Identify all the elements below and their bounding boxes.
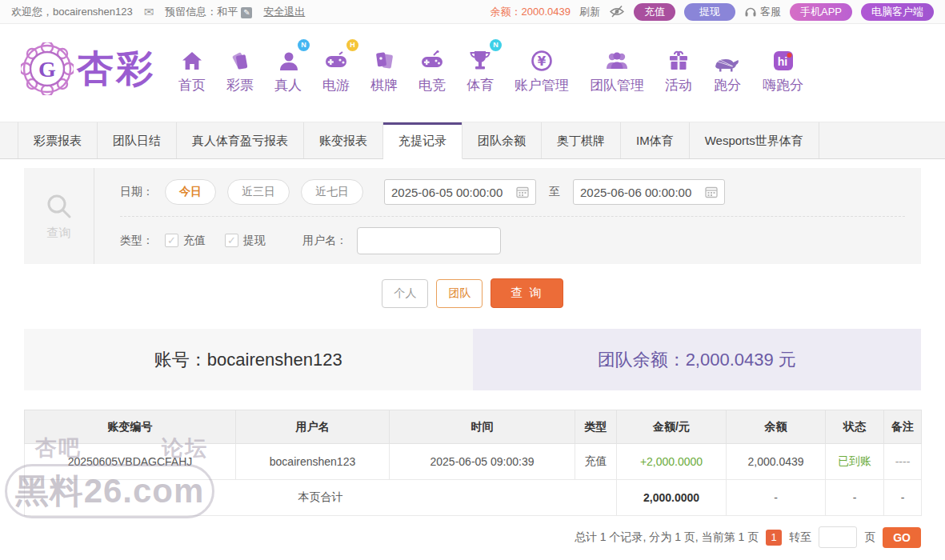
nav-label: 跑分 [714,76,741,94]
range-3days-button[interactable]: 近三日 [227,179,290,205]
tab-account-changes[interactable]: 账变报表 [304,122,383,158]
query-side: 查询 [24,168,94,264]
nav-label: 彩票 [226,76,254,94]
hot-badge: H [346,39,358,51]
esports-icon [419,49,445,73]
lottery-icon [228,49,252,73]
pagination: 总计 1 个记录, 分为 1 页, 当前第 1 页 1 转至 页 GO [24,526,921,548]
sports-icon [468,49,492,73]
calendar-icon[interactable] [705,186,718,198]
withdraw-button[interactable]: 提现 [684,3,735,21]
account-name: 账号：bocairenshen123 [24,329,473,390]
col-remark: 备注 [884,410,922,444]
tab-wesports[interactable]: Wesports世界体育 [690,122,819,158]
current-page-badge[interactable]: 1 [766,530,782,546]
mobile-app-button[interactable]: 手机APP [790,3,852,21]
nav-item-hi-paofen[interactable]: hi 嗨跑分 [752,44,814,94]
svg-text:hi: hi [777,55,787,68]
edit-pencil-icon[interactable]: ✎ [241,7,252,18]
tab-im-sports[interactable]: IM体育 [621,122,690,158]
to-label: 至 [549,185,560,199]
recharge-button[interactable]: 充值 [634,3,675,21]
summary-remark: - [884,480,922,516]
site-logo[interactable]: G 杏彩 [21,42,155,95]
gift-icon [667,49,691,73]
cell-time: 2025-06-05 09:00:39 [390,444,575,480]
query-side-label: 查询 [47,226,71,241]
team-manage-icon [604,49,630,73]
cell-type: 充值 [575,444,617,480]
nav-item-home[interactable]: 首页 [168,44,216,94]
nav-item-egames[interactable]: H 电游 [312,44,360,94]
nav-item-esports[interactable]: 电竞 [408,44,456,94]
balance-text: 余额：2000.0439 [491,5,571,19]
go-button[interactable]: GO [883,527,921,548]
range-today-button[interactable]: 今日 [165,179,216,205]
action-buttons: 个人 团队 查 询 [0,278,945,308]
main-nav: 首页 彩票 N 真人 H 电游 [168,44,814,94]
nav-label: 首页 [178,76,206,94]
nav-item-team-manage[interactable]: 团队管理 [579,44,655,94]
checkbox-withdraw-label[interactable]: 提现 [243,234,266,248]
nav-item-sports[interactable]: N 体育 [456,44,504,94]
nav-item-promotions[interactable]: 活动 [655,44,703,94]
cell-change-id: 20250605VBDAGCFAHJ [25,444,236,480]
nav-item-paofen[interactable]: 跑分 [703,44,752,94]
tab-team-balance[interactable]: 团队余额 [462,122,542,158]
report-tabbar: 彩票报表 团队日结 真人体育盈亏报表 账变报表 充提记录 团队余额 奥丁棋牌 I… [0,122,945,159]
nav-label: 团队管理 [590,76,644,94]
nav-item-account-manage[interactable]: ¥ 账户管理 [504,44,579,94]
goto-page-input[interactable] [819,526,857,548]
nav-item-cards[interactable]: 棋牌 [360,44,408,94]
calendar-icon[interactable] [516,186,529,198]
col-balance: 余额 [727,410,826,444]
logout-link[interactable]: 安全退出 [263,5,305,19]
personal-button[interactable]: 个人 [382,279,428,308]
checkbox-recharge[interactable]: ✓ [165,234,178,247]
refresh-link[interactable]: 刷新 [579,5,600,19]
customer-service[interactable]: 客服 [744,5,781,19]
range-7days-button[interactable]: 近七日 [301,179,363,205]
message-envelope-icon[interactable]: ✉ [144,5,154,19]
date-to-input[interactable] [580,186,700,199]
checkbox-recharge-label[interactable]: 充值 [183,234,206,248]
query-button[interactable]: 查 询 [491,278,563,308]
cell-balance: 2,000.0439 [727,444,826,480]
topbar-left: 欢迎您，bocairenshen123 ✉ 预留信息：和平✎ 安全退出 [11,5,305,19]
date-from-wrapper [384,179,536,205]
col-amount: 金额/元 [617,410,727,444]
table-row: 20250605VBDAGCFAHJ bocairenshen123 2025-… [25,444,922,480]
site-header: G 杏彩 首页 彩票 N 真人 [0,24,945,114]
new-badge: N [490,39,502,51]
tab-lottery-report[interactable]: 彩票报表 [18,122,98,158]
nav-label: 电竞 [418,76,446,94]
summary-label: 本页合计 [25,480,617,516]
tab-team-daily[interactable]: 团队日结 [98,122,177,158]
logo-emblem-icon: G [21,42,74,95]
svg-text:¥: ¥ [538,54,547,68]
username-input[interactable] [357,227,501,254]
tab-odin-cards[interactable]: 奥丁棋牌 [542,122,621,158]
nav-label: 棋牌 [370,76,398,94]
date-filter-row: 日期： 今日 近三日 近七日 至 [120,168,905,216]
goto-label: 转至 [789,530,811,545]
tab-deposit-withdraw-records[interactable]: 充提记录 [383,122,462,159]
eye-slash-icon[interactable] [609,5,625,18]
pc-client-button[interactable]: 电脑客户端 [861,3,934,21]
reserved-info-text: 预留信息：和平✎ [165,5,252,19]
team-balance: 团队余额：2,000.0439 元 [473,329,922,390]
nav-label: 账户管理 [515,76,569,94]
live-person-icon [276,49,300,73]
tab-live-sports-pl[interactable]: 真人体育盈亏报表 [177,122,304,158]
nav-item-lottery[interactable]: 彩票 [216,44,264,94]
nav-item-live[interactable]: N 真人 [264,44,312,94]
team-button[interactable]: 团队 [436,279,483,308]
home-icon [180,49,204,73]
cell-username: bocairenshen123 [236,444,390,480]
checkbox-withdraw[interactable]: ✓ [225,234,238,247]
search-icon [43,191,75,223]
filter-main: 日期： 今日 近三日 近七日 至 [94,168,921,264]
topbar: 欢迎您，bocairenshen123 ✉ 预留信息：和平✎ 安全退出 余额：2… [0,0,945,24]
date-from-input[interactable] [391,186,511,199]
type-filter-row: 类型： ✓ 充值 ✓ 提现 用户名： [120,216,905,264]
